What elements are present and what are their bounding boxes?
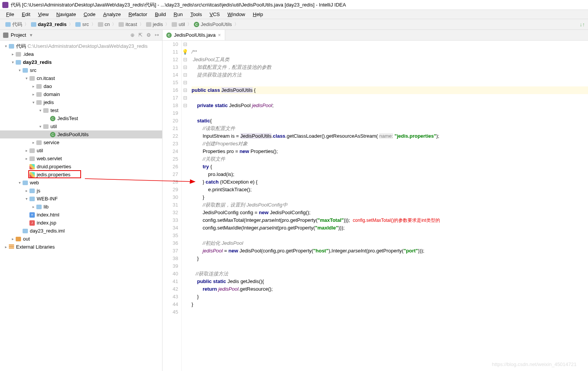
- tree-item-src[interactable]: ▾src: [0, 66, 162, 74]
- tree-item-jedispoolutils[interactable]: CJedisPoolUtils: [0, 130, 162, 138]
- sidebar-title: Project: [11, 32, 26, 38]
- code-editor[interactable]: 1011121314151617181920212223242526272829…: [162, 41, 588, 371]
- nav-right-icon[interactable]: ↓↑: [580, 21, 585, 28]
- chevron-icon: 〉: [140, 21, 144, 27]
- sidebar-header: Project ▾ ⊕ ⇱ ⚙ ↦: [0, 30, 162, 41]
- tree-item-lib[interactable]: ▸lib: [0, 203, 162, 211]
- line-gutter: 1011121314151617181920212223242526272829…: [162, 41, 182, 371]
- menu-view[interactable]: View: [35, 11, 52, 18]
- hide-icon[interactable]: ↦: [155, 32, 159, 38]
- tree-item-test[interactable]: ▾test: [0, 106, 162, 114]
- menu-edit[interactable]: Edit: [19, 11, 33, 18]
- tree-item-jedis[interactable]: ▾jedis: [0, 98, 162, 106]
- menu-refactor[interactable]: Refactor: [125, 11, 150, 18]
- tree-item-service[interactable]: ▸service: [0, 138, 162, 146]
- menu-vcs[interactable]: VCS: [206, 11, 223, 18]
- tree-item-util[interactable]: ▸util: [0, 146, 162, 155]
- chevron-icon: 〉: [91, 21, 96, 27]
- chevron-icon: 〉: [187, 21, 192, 27]
- breadcrumb-itcast[interactable]: itcast: [116, 21, 139, 27]
- menu-file[interactable]: File: [3, 11, 17, 18]
- menu-code[interactable]: Code: [81, 11, 99, 18]
- menu-help[interactable]: Help: [250, 11, 266, 18]
- menu-analyze[interactable]: Analyze: [100, 11, 124, 18]
- close-icon[interactable]: ×: [218, 32, 221, 38]
- sidebar-tools: ⊕ ⇱ ⚙ ↦: [130, 32, 159, 38]
- chevron-icon: 〉: [69, 21, 73, 27]
- tab-label: JedisPoolUtils.java: [174, 32, 216, 38]
- project-sidebar: Project ▾ ⊕ ⇱ ⚙ ↦ ▾代码C:\Users\Administra…: [0, 30, 162, 371]
- breadcrumb-src[interactable]: src: [73, 21, 91, 27]
- title-bar: 代码 [C:\Users\Administrator\Desktop\JavaW…: [0, 0, 588, 10]
- breadcrumb-util[interactable]: util: [169, 21, 187, 27]
- breadcrumb-bar: 代码〉day23_redis〉src〉cn〉itcast〉jedis〉util〉…: [0, 19, 588, 30]
- tree-item-day23-redis[interactable]: ▾day23_redis: [0, 58, 162, 66]
- menu-build[interactable]: Build: [152, 11, 169, 18]
- tree-item-domain[interactable]: ▸domain: [0, 90, 162, 98]
- breadcrumb-代码[interactable]: 代码: [3, 21, 24, 28]
- tree-item-dao[interactable]: ▸dao: [0, 82, 162, 90]
- tree-item-jedistest[interactable]: CJedisTest: [0, 114, 162, 122]
- tree-item-external-libraries[interactable]: ▸External Libraries: [0, 243, 162, 251]
- dropdown-icon[interactable]: ▾: [30, 32, 32, 38]
- chevron-icon: 〉: [165, 21, 169, 27]
- tree-item-out[interactable]: ▸out: [0, 235, 162, 243]
- tree-item-jedis-properties[interactable]: jedis.properties: [0, 171, 162, 179]
- chevron-icon: 〉: [24, 21, 29, 27]
- tree-item-druid-properties[interactable]: druid.properties: [0, 163, 162, 171]
- breadcrumb-cn[interactable]: cn: [96, 21, 112, 27]
- tree-item--idea[interactable]: ▸.idea: [0, 50, 162, 58]
- menu-navigate[interactable]: Navigate: [53, 11, 79, 18]
- chevron-icon: 〉: [112, 21, 116, 27]
- code-content[interactable]: /** JedisPool工具类 加载配置文件，配置连接池的参数 提供获取连接的…: [188, 41, 588, 371]
- window-title: 代码 [C:\Users\Administrator\Desktop\JavaW…: [11, 2, 346, 8]
- app-icon: [2, 2, 8, 8]
- breadcrumb-jedispoolutils[interactable]: CJedisPoolUtils: [192, 21, 234, 27]
- tree-item-index-jsp[interactable]: Jindex.jsp: [0, 219, 162, 227]
- class-icon: C: [166, 33, 172, 38]
- tree-item-web-inf[interactable]: ▾WEB-INF: [0, 195, 162, 203]
- editor-tabs: C JedisPoolUtils.java ×: [162, 30, 588, 41]
- chevron-icon: 〉: [234, 21, 239, 27]
- tree-item-day23-redis-iml[interactable]: day23_redis.iml: [0, 227, 162, 235]
- tree-item--[interactable]: ▾代码C:\Users\Administrator\Desktop\JavaWe…: [0, 42, 162, 50]
- tree-item-web-servlet[interactable]: ▸web.servlet: [0, 155, 162, 163]
- target-icon[interactable]: ⊕: [130, 32, 135, 38]
- menu-window[interactable]: Window: [224, 11, 248, 18]
- watermark: https://blog.csdn.net/weixin_45014721: [492, 361, 577, 367]
- menu-run[interactable]: Run: [171, 11, 186, 18]
- fold-column: ⊟💡⊟⊟⊟⊟⊟⊟⊟: [182, 41, 188, 371]
- gear-icon[interactable]: ⚙: [146, 32, 151, 38]
- breadcrumb-day23_redis[interactable]: day23_redis: [29, 21, 69, 27]
- tab-jedispoolutils[interactable]: C JedisPoolUtils.java ×: [162, 30, 225, 40]
- menu-bar: FileEditViewNavigateCodeAnalyzeRefactorB…: [0, 10, 588, 19]
- tree-item-js[interactable]: ▸js: [0, 187, 162, 195]
- breadcrumb-jedis[interactable]: jedis: [144, 21, 166, 27]
- editor-area: C JedisPoolUtils.java × 1011121314151617…: [162, 30, 588, 371]
- project-icon: [3, 33, 8, 38]
- collapse-icon[interactable]: ⇱: [138, 32, 143, 38]
- tree-item-index-html[interactable]: Hindex.html: [0, 211, 162, 219]
- menu-tools[interactable]: Tools: [187, 11, 205, 18]
- tree-item-web[interactable]: ▾web: [0, 179, 162, 187]
- project-tree: ▾代码C:\Users\Administrator\Desktop\JavaWe…: [0, 41, 162, 371]
- tree-item-util[interactable]: ▾util: [0, 122, 162, 130]
- tree-item-cn-itcast[interactable]: ▾cn.itcast: [0, 74, 162, 82]
